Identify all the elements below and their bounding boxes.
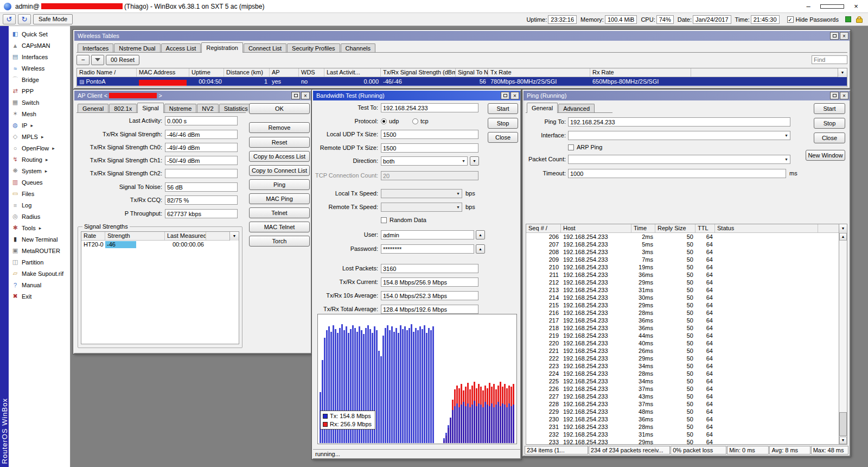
column-header-radio-name[interactable]: Radio Name / [77, 68, 137, 77]
ap-client-titlebar[interactable]: AP Client < > × [74, 91, 311, 100]
ping-titlebar[interactable]: Ping (Running) × [524, 91, 850, 100]
sidebar-item-partition[interactable]: ◫Partition [9, 256, 70, 268]
wireless-tab-connect-list[interactable]: Connect List [244, 43, 286, 52]
protocol-udp-radio[interactable] [381, 118, 387, 124]
test-to-input[interactable] [381, 103, 478, 112]
ping-row[interactable]: 228192.168.254.23337ms5064 [526, 400, 841, 408]
ping-row[interactable]: 217192.168.254.23336ms5064 [526, 317, 841, 324]
column-header-distance-km[interactable]: Distance (km) [224, 68, 270, 77]
column-header-host[interactable]: Host [561, 224, 631, 232]
ping-row[interactable]: 206192.168.254.2332ms5064 [526, 233, 841, 241]
wireless-tab-access-list[interactable]: Access List [161, 43, 201, 52]
close-button[interactable]: Close [488, 132, 518, 143]
sidebar-item-tools[interactable]: ✱Tools▸ [9, 222, 70, 234]
column-header-wds[interactable]: WDS [299, 68, 324, 77]
ping-row[interactable]: 224192.168.254.23328ms5064 [526, 370, 841, 377]
wireless-tab-security-profiles[interactable]: Security Profiles [287, 43, 340, 52]
sidebar-item-mpls[interactable]: ◇MPLS▸ [9, 131, 70, 142]
ping-row[interactable]: 231192.168.254.23328ms5064 [526, 423, 841, 431]
remote-udp-input[interactable] [381, 143, 478, 153]
reset-button[interactable]: 00 Reset [106, 55, 139, 65]
sidebar-item-wireless[interactable]: ≈Wireless [9, 62, 70, 74]
ping-row[interactable]: 212192.168.254.23329ms5064 [526, 279, 841, 286]
ping-row[interactable]: 220192.168.254.23340ms5064 [526, 339, 841, 347]
app-titlebar[interactable]: admin@ (Thiago) - WinBox v6.38.1 on SXT … [0, 0, 868, 13]
sidebar-item-queues[interactable]: ▥Queues [9, 176, 70, 188]
sidebar-item-interfaces[interactable]: ▤Interfaces [9, 51, 70, 62]
sidebar-item-new-terminal[interactable]: ▮New Terminal [9, 234, 70, 245]
close-button[interactable]: Close [814, 132, 845, 143]
scroll-down-button[interactable]: ▼ [839, 437, 847, 444]
column-header-rate[interactable]: Rate [81, 232, 105, 240]
wireless-tab-interfaces[interactable]: Interfaces [78, 43, 113, 52]
sidebar-item-make-supout-rif[interactable]: ▱Make Supout.rif [9, 268, 70, 279]
ping-row[interactable]: 210192.168.254.23319ms5064 [526, 263, 841, 271]
scrollbar-thumb[interactable] [839, 412, 847, 436]
local-udp-input[interactable] [381, 130, 478, 139]
column-select-button[interactable]: ▼ [838, 68, 847, 77]
sidebar-item-capsman[interactable]: ▲CAPsMAN [9, 40, 70, 51]
signal-rate-row[interactable]: HT20-0 -46 00:00:00.06 [81, 241, 239, 249]
remove-button[interactable]: − [76, 55, 90, 65]
column-select-button[interactable]: ▼ [229, 232, 239, 241]
safe-mode-button[interactable]: Safe Mode [33, 14, 73, 24]
sidebar-item-system[interactable]: ❋System▸ [9, 165, 70, 176]
sidebar-item-routing[interactable]: ↯Routing▸ [9, 154, 70, 165]
wireless-close-button[interactable]: × [840, 32, 848, 40]
interface-select[interactable]: ▼ [568, 131, 790, 140]
password-input[interactable] [381, 244, 474, 254]
sidebar-item-metarouter[interactable]: ▣MetaROUTER [9, 245, 70, 256]
remove-button[interactable]: Remove [249, 122, 310, 133]
column-header-mac-address[interactable]: MAC Address [137, 68, 189, 77]
ping-button[interactable]: Ping [249, 179, 310, 190]
arp-ping-checkbox[interactable] [568, 144, 574, 150]
sidebar-item-ip[interactable]: ◍IP▸ [9, 119, 70, 131]
start-button[interactable]: Start [488, 103, 518, 114]
sidebar-item-radius[interactable]: ◎Radius [9, 211, 70, 222]
sidebar-item-bridge[interactable]: ⌒Bridge [9, 74, 70, 85]
bandwidth-maximize-button[interactable] [501, 92, 509, 99]
wireless-tab-channels[interactable]: Channels [341, 43, 375, 52]
sidebar-item-switch[interactable]: ▦Switch [9, 97, 70, 108]
ping-row[interactable]: 215192.168.254.23329ms5064 [526, 301, 841, 309]
column-header-tx-rate[interactable]: Tx Rate [488, 68, 590, 77]
ping-row[interactable]: 219192.168.254.23344ms5064 [526, 332, 841, 339]
ap-close-button[interactable]: × [301, 92, 310, 99]
sidebar-item-openflow[interactable]: ○OpenFlow▸ [9, 142, 70, 154]
column-header-strength[interactable]: Strength [105, 232, 165, 240]
minimize-button[interactable]: – [796, 0, 820, 13]
ping-row[interactable]: 222192.168.254.23329ms5064 [526, 355, 841, 362]
column-header-ap[interactable]: AP [270, 68, 299, 77]
sidebar-item-mesh[interactable]: ✶Mesh [9, 108, 70, 119]
sidebar-item-quick-set[interactable]: ◧Quick Set [9, 28, 70, 40]
filter-button[interactable] [91, 55, 104, 65]
bandwidth-titlebar[interactable]: Bandwidth Test (Running) × [313, 91, 520, 100]
ping-tab-advanced[interactable]: Advanced [558, 104, 595, 112]
user-spin-button[interactable]: ▲ [476, 230, 485, 239]
ping-close-button[interactable]: × [840, 92, 848, 99]
user-input[interactable] [381, 230, 474, 239]
sidebar-item-log[interactable]: ≡Log [9, 199, 70, 211]
undo-button[interactable]: ↺ [3, 14, 16, 24]
bandwidth-close-button[interactable]: × [510, 92, 519, 99]
sidebar-item-files[interactable]: ▭Files [9, 188, 70, 199]
copy-to-connect-list-button[interactable]: Copy to Connect List [249, 165, 310, 176]
new-window-button[interactable]: New Window [806, 150, 845, 161]
ping-tab-general[interactable]: General [527, 103, 558, 113]
registration-row[interactable]: ▨PontoA00:04:501yesno0.000-46/-4656780Mb… [77, 77, 847, 86]
ping-to-input[interactable] [568, 117, 790, 127]
column-header-last-measured[interactable]: Last Measured [165, 232, 206, 240]
stop-button[interactable]: Stop [488, 118, 518, 129]
protocol-tcp-radio[interactable] [412, 118, 418, 124]
packet-count-select[interactable]: ▼ [568, 155, 790, 164]
ping-row[interactable]: 233192.168.254.23329ms5064 [526, 438, 841, 445]
sidebar-item-manual[interactable]: ?Manual [9, 279, 70, 291]
telnet-button[interactable]: Telnet [249, 207, 310, 218]
redo-button[interactable]: ↻ [18, 14, 31, 24]
stop-button[interactable]: Stop [814, 118, 845, 129]
column-header-last-activit[interactable]: Last Activit... [324, 68, 381, 77]
sidebar-item-exit[interactable]: ✖Exit [9, 291, 70, 302]
column-header-reply-size[interactable]: Reply Size [655, 224, 695, 232]
wireless-maximize-button[interactable] [830, 32, 839, 40]
direction-extra-button[interactable]: ▼ [470, 156, 479, 166]
